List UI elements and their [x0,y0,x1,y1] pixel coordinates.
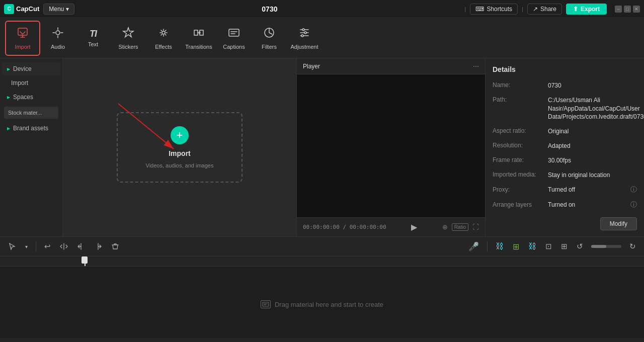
text-label: Text [88,41,98,47]
imported-media-label: Imported media: [493,171,548,178]
clip-settings-button[interactable]: ⊞ [510,240,522,253]
app-name: CapCut [16,5,39,13]
arrange-layers-value: Turned on [548,201,628,209]
detail-resolution-row: Resolution: Adapted [493,142,637,150]
captions-icon [228,27,240,42]
zoom-icon[interactable]: ⊕ [442,223,448,231]
titlebar: C CapCut Menu ▾ 0730 | ⌨ Shortcuts | ↗ S… [0,0,644,18]
timeline-scrollbar[interactable] [0,338,644,342]
proxy-label: Proxy: [493,186,548,193]
toolbar-item-captions[interactable]: Captions [216,21,252,56]
path-label: Path: [493,96,548,103]
select-dropdown-button[interactable]: ▾ [22,242,31,251]
select-tool-button[interactable] [5,240,19,252]
unlink-button[interactable]: ⛓ [525,240,539,253]
sidebar-import[interactable]: Import [2,76,60,90]
timeline-ruler [0,256,644,267]
menu-chevron-icon: ▾ [66,6,69,13]
player-header: Player ⋯ [297,58,485,74]
toolbar-separator-2 [487,241,488,251]
name-value: 0730 [548,81,637,90]
main-content: ▶ Device Import ▶ Spaces Stock mater... … [0,58,644,236]
drag-hint: Drag material here and start to create [261,300,383,308]
detail-aspect-ratio-row: Aspect ratio: Original [493,127,637,136]
zoom-slider-fill [591,245,606,248]
arrange-layers-info-icon[interactable]: ⓘ [630,200,637,209]
zoom-slider[interactable] [591,245,621,248]
import-plus-icon: + [171,126,189,144]
align-button[interactable]: ⊡ [542,240,555,253]
trim-right-button[interactable] [91,240,105,252]
menu-button[interactable]: Menu ▾ [43,4,74,15]
share-label: Share [540,6,556,13]
share-icon: ↗ [533,6,538,13]
undo2-button[interactable]: ↺ [574,240,586,253]
play-button[interactable]: ▶ [411,222,417,232]
close-button[interactable]: ✕ [633,6,640,13]
aspect-ratio-label: Aspect ratio: [493,127,548,134]
menu-label: Menu [49,6,64,13]
trim-left-button[interactable] [74,240,88,252]
bottom-toolbar: ▾ ↩ 🎤 ⛓ ⊞ ⛓ ⊡ ⊞ ↺ ↻ [0,236,644,256]
maximize-button[interactable]: □ [624,6,631,13]
timeline-content[interactable]: Drag material here and start to create [0,267,644,342]
minimize-button[interactable]: – [615,6,622,13]
export-icon: ⬆ [573,6,578,13]
detail-name-row: Name: 0730 [493,81,637,90]
sidebar-item-spaces[interactable]: ▶ Spaces [2,91,60,104]
toolbar-item-filters[interactable]: Filters [252,21,287,56]
toolbar-separator-1 [36,241,36,251]
imported-media-value: Stay in original location [548,171,637,180]
keyboard-icon: ⌨ [475,6,484,13]
titlebar-right: | ⌨ Shortcuts | ↗ Share ⬆ Export – □ ✕ [465,4,640,15]
export-button[interactable]: ⬆ Export [566,4,607,15]
player-title: Player [303,63,320,70]
redo-button[interactable]: ↻ [626,240,639,253]
toolbar-item-import[interactable]: Import [5,21,40,56]
shortcuts-button[interactable]: ⌨ Shortcuts [470,4,518,15]
modify-button[interactable]: Modify [600,217,637,230]
player-menu-icon[interactable]: ⋯ [473,63,479,70]
drag-hint-text: Drag material here and start to create [275,301,383,308]
window-controls: – □ ✕ [615,6,640,13]
captions-label: Captions [223,44,245,50]
link-clips-button[interactable]: ⛓ [493,240,507,253]
adjustment-label: Adjustment [290,44,318,50]
resolution-value: Adapted [548,142,637,150]
stock-material-button[interactable]: Stock mater... [4,107,58,119]
canvas-button[interactable]: ⊞ [558,240,571,253]
proxy-value: Turned off [548,186,628,194]
svg-point-7 [301,35,303,37]
detail-frame-rate-row: Frame rate: 30.00fps [493,156,637,165]
toolbar-item-adjustment[interactable]: Adjustment [287,21,322,56]
audio-icon [52,27,64,42]
project-title: 0730 [262,5,277,13]
detail-proxy-row: Proxy: Turned off ⓘ [493,185,637,194]
toolbar-item-effects[interactable]: Effects [146,21,181,56]
share-button[interactable]: ↗ Share [527,4,562,15]
svg-point-2 [162,31,165,34]
ratio-button[interactable]: Ratio [452,223,468,231]
fullscreen-icon[interactable]: ⛶ [472,223,479,231]
toolbar-item-text[interactable]: TI Text [75,21,111,56]
proxy-info-icon[interactable]: ⓘ [630,185,637,194]
sidebar-item-brand-assets[interactable]: ▶ Brand assets [2,122,60,135]
mic-button[interactable]: 🎤 [465,239,482,254]
delete-button[interactable] [108,240,122,252]
media-area[interactable]: + Import Videos, audios, and images [63,58,297,236]
toolbar-item-audio[interactable]: Audio [40,21,75,56]
adjustment-icon [298,27,310,42]
arrange-layers-label: Arrange layers [493,201,548,208]
export-label: Export [581,6,600,13]
stickers-label: Stickers [118,44,138,50]
transitions-label: Transitions [185,44,212,50]
toolbar-item-transitions[interactable]: Transitions [181,21,216,56]
player-current-time: 00:00:00:00 / 00:00:00:00 [303,224,386,230]
toolbar-item-stickers[interactable]: Stickers [111,21,146,56]
undo-button[interactable]: ↩ [41,240,54,253]
sidebar-item-device[interactable]: ▶ Device [2,62,60,75]
frame-rate-value: 30.00fps [548,156,637,165]
detail-path-row: Path: C:/Users/Usman Ali Nasir/AppData/L… [493,96,637,121]
split-button[interactable] [57,240,71,252]
import-dropzone[interactable]: + Import Videos, audios, and images [117,112,243,183]
